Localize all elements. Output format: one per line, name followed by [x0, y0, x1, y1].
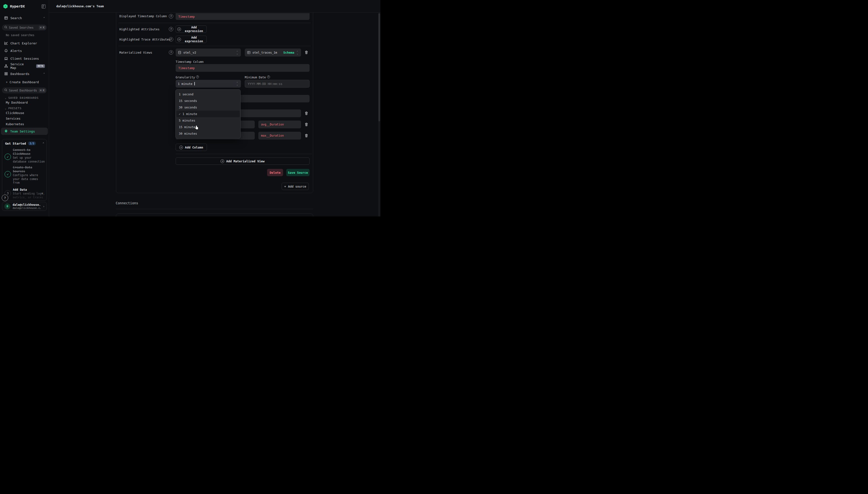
info-icon[interactable]: ? — [267, 75, 270, 78]
check-circle-icon: ✓ — [5, 171, 11, 177]
sidebar-item-team-settings[interactable]: Team Settings — [1, 128, 48, 135]
chevron-down-icon: ⌄ — [5, 107, 7, 110]
saved-dashboards-section-header[interactable]: ⌄ SAVED DASHBOARDS — [5, 96, 39, 99]
sidebar-item-alerts[interactable]: Alerts — [0, 48, 49, 54]
help-circle-icon[interactable]: ? — [169, 37, 173, 41]
get-started-item-sources[interactable]: ✓ Create Data Sources Configure where yo… — [5, 166, 45, 185]
beta-badge: BETA — [36, 64, 45, 68]
column-alias-input[interactable]: avg__Duration — [258, 120, 301, 128]
shortcut-badge: ⌘ K — [39, 26, 45, 30]
sidebar-item-service-map[interactable]: Service Map BETA — [0, 63, 49, 69]
presets-section-header[interactable]: ⌄ PRESETS — [5, 107, 22, 110]
service-map-icon — [4, 64, 8, 68]
sidebar-item-services[interactable]: Services — [6, 117, 20, 120]
save-source-button[interactable]: Save Source — [286, 169, 310, 176]
sidebar-item-label: Client Sessions — [11, 57, 39, 60]
plus-icon: + — [6, 80, 8, 84]
schema-link[interactable]: Schema — [283, 51, 294, 54]
saved-dashboards-input-wrap[interactable]: ⌘ K — [2, 87, 47, 93]
saved-searches-input[interactable] — [9, 26, 37, 30]
main-content: Displayed Timestamp Column ? Timestamp H… — [49, 13, 380, 216]
dropdown-option-selected[interactable]: ✓ 1 minute — [176, 111, 240, 117]
dropdown-option[interactable]: 30 minutes — [176, 130, 240, 137]
get-started-title: Get Started — [5, 142, 26, 145]
circle-plus-icon: + — [220, 159, 224, 163]
circle-plus-icon: + — [177, 27, 181, 31]
dropdown-option[interactable]: 30 seconds — [176, 104, 240, 111]
select-chevrons-icon — [297, 51, 299, 54]
granularity-select[interactable]: 1 minute — [176, 80, 241, 88]
minimum-date-label: Minimum Date? — [245, 75, 270, 79]
app-name: HyperDX — [10, 4, 25, 8]
dropdown-option[interactable]: 5 minutes — [176, 117, 240, 124]
add-expression-button[interactable]: + Add expression — [176, 36, 207, 43]
help-circle-icon[interactable]: ? — [169, 50, 173, 55]
sidebar-item-dashboards[interactable]: Dashboards ⌃ — [0, 71, 49, 77]
divider — [118, 23, 311, 23]
sidebar-item-chart-explorer[interactable]: Chart Explorer — [0, 40, 49, 46]
user-menu[interactable]: D dale@clickhouse.… dale@clickhouse.c… › — [2, 202, 47, 211]
help-circle-icon[interactable]: ? — [169, 14, 173, 18]
info-icon[interactable]: ? — [196, 75, 199, 78]
help-button[interactable]: ? — [2, 195, 8, 201]
no-saved-searches-text: No saved searches — [6, 34, 35, 37]
saved-dashboards-input[interactable] — [9, 89, 37, 92]
minimum-date-input[interactable] — [245, 80, 310, 88]
sidebar-item-label: Chart Explorer — [11, 41, 37, 45]
add-materialized-view-button[interactable]: + Add Materialized View — [176, 157, 310, 165]
user-name: dale@clickhouse.… — [13, 203, 41, 207]
sidebar-item-label: Alerts — [11, 49, 22, 53]
search-icon — [4, 26, 7, 30]
saved-searches-input-wrap[interactable]: ⌘ K — [2, 24, 47, 31]
scrollbar-thumb[interactable] — [379, 13, 380, 121]
scrollbar[interactable] — [378, 13, 380, 216]
sidebar-item-clickhouse[interactable]: ClickHouse — [6, 111, 24, 115]
dropdown-option[interactable]: 15 minutes — [176, 124, 240, 130]
sidebar-item-label: Dashboards — [11, 72, 30, 76]
add-expression-button[interactable]: + Add expression — [176, 25, 207, 33]
hyperdx-logo-icon: ⚡ — [3, 4, 8, 9]
sidebar-item-kubernetes[interactable]: Kubernetes — [6, 122, 24, 126]
sidebar-item-my-dashboard[interactable]: My Dashboard — [6, 101, 28, 104]
help-circle-icon[interactable]: ? — [169, 27, 173, 31]
sidebar-item-search[interactable]: Search ⌃ — [0, 15, 49, 21]
add-source-button[interactable]: + Add source — [282, 183, 309, 190]
divider — [176, 154, 312, 154]
get-started-item-connect[interactable]: ✓ Connect to ClickHouse Set up your data… — [5, 148, 45, 164]
highlighted-trace-attributes-label: Highlighted Trace Attributes — [119, 38, 171, 41]
gear-icon — [4, 129, 8, 133]
create-dashboard-label: Create Dashboard — [10, 80, 39, 84]
delete-column-trash-icon[interactable] — [305, 122, 308, 127]
bell-icon — [4, 49, 8, 53]
sidebar-item-client-sessions[interactable]: Client Sessions — [0, 56, 49, 61]
sidebar: ⚡ HyperDX Search ⌃ ⌘ K No saved searches… — [0, 0, 49, 216]
chart-icon — [4, 41, 8, 45]
connections-title: Connections — [116, 201, 138, 205]
add-column-button[interactable]: + Add Column — [176, 144, 207, 151]
delete-view-trash-icon[interactable] — [305, 51, 308, 55]
displayed-timestamp-input[interactable]: Timestamp — [176, 13, 310, 20]
timestamp-column-input[interactable]: Timestamp — [176, 64, 310, 72]
create-dashboard-button[interactable]: + Create Dashboard — [6, 80, 39, 84]
dropdown-option[interactable]: 15 seconds — [176, 97, 240, 104]
granularity-label: Granularity? — [176, 75, 199, 79]
text-caret — [194, 82, 195, 86]
delete-button[interactable]: Delete — [267, 169, 283, 176]
column-alias-input[interactable]: max__Duration — [258, 132, 301, 139]
circle-plus-icon: + — [177, 38, 181, 41]
granularity-value: 1 minute — [178, 82, 192, 86]
sidebar-collapse-icon[interactable] — [41, 4, 45, 8]
check-circle-icon: ✓ — [5, 154, 11, 160]
delete-column-trash-icon[interactable] — [305, 134, 308, 138]
dropdown-option[interactable]: 1 second — [176, 91, 240, 97]
page-header: dale@clickhouse.com's Team — [49, 0, 380, 13]
select-chevrons-icon — [236, 51, 239, 54]
database-icon — [178, 51, 181, 54]
database-select[interactable]: otel_v2 — [176, 49, 241, 57]
get-started-header[interactable]: Get Started 2/3 ⌃ — [5, 141, 44, 145]
delete-column-trash-icon[interactable] — [305, 111, 308, 115]
team-settings-label: Team Settings — [10, 130, 35, 133]
check-icon: ✓ — [179, 112, 180, 116]
page-title: dale@clickhouse.com's Team — [56, 4, 104, 8]
table-select[interactable]: otel_traces_1m Schema — [245, 49, 301, 57]
